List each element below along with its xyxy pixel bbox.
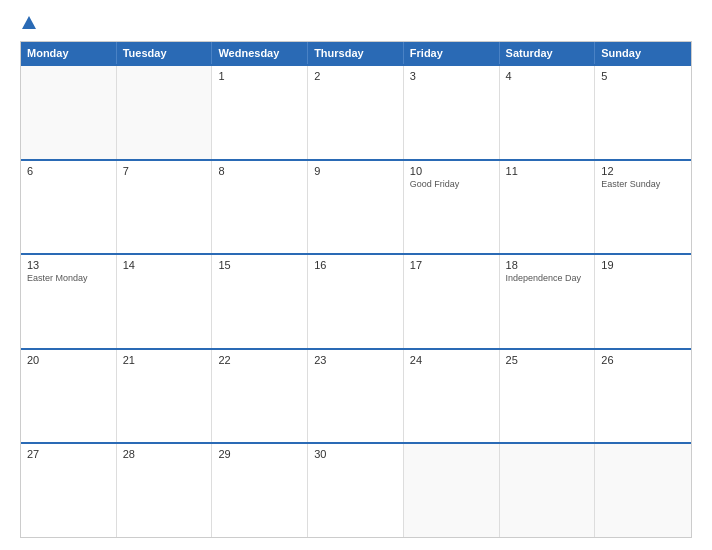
calendar-cell: 19 [595,255,691,348]
day-number: 3 [410,70,493,82]
calendar-page: MondayTuesdayWednesdayThursdayFridaySatu… [0,0,712,550]
day-number: 2 [314,70,397,82]
calendar-cell: 22 [212,350,308,443]
calendar-body: 12345678910Good Friday1112Easter Sunday1… [21,64,691,537]
calendar-row-1: 12345 [21,64,691,159]
calendar-cell: 21 [117,350,213,443]
calendar-cell: 13Easter Monday [21,255,117,348]
calendar-cell: 28 [117,444,213,537]
day-number: 19 [601,259,685,271]
calendar-row-4: 20212223242526 [21,348,691,443]
day-number: 11 [506,165,589,177]
day-number: 20 [27,354,110,366]
day-number: 24 [410,354,493,366]
calendar-cell: 8 [212,161,308,254]
calendar: MondayTuesdayWednesdayThursdayFridaySatu… [20,41,692,538]
calendar-cell: 25 [500,350,596,443]
header [20,18,692,31]
calendar-cell: 1 [212,66,308,159]
calendar-cell: 2 [308,66,404,159]
day-number: 28 [123,448,206,460]
day-number: 29 [218,448,301,460]
calendar-cell: 14 [117,255,213,348]
weekday-header-thursday: Thursday [308,42,404,64]
calendar-cell: 11 [500,161,596,254]
calendar-cell: 24 [404,350,500,443]
calendar-cell [21,66,117,159]
day-number: 4 [506,70,589,82]
day-number: 8 [218,165,301,177]
calendar-cell: 23 [308,350,404,443]
calendar-row-2: 678910Good Friday1112Easter Sunday [21,159,691,254]
calendar-row-3: 13Easter Monday1415161718Independence Da… [21,253,691,348]
calendar-cell: 29 [212,444,308,537]
day-number: 30 [314,448,397,460]
weekday-header-friday: Friday [404,42,500,64]
calendar-row-5: 27282930 [21,442,691,537]
day-number: 1 [218,70,301,82]
logo [20,18,36,31]
day-number: 17 [410,259,493,271]
calendar-cell: 9 [308,161,404,254]
weekday-header-sunday: Sunday [595,42,691,64]
day-number: 25 [506,354,589,366]
weekday-header-tuesday: Tuesday [117,42,213,64]
calendar-cell: 27 [21,444,117,537]
day-number: 7 [123,165,206,177]
calendar-cell: 12Easter Sunday [595,161,691,254]
day-number: 6 [27,165,110,177]
weekday-header-wednesday: Wednesday [212,42,308,64]
logo-flag-icon [22,16,36,29]
calendar-cell: 16 [308,255,404,348]
day-number: 23 [314,354,397,366]
calendar-cell [117,66,213,159]
day-number: 26 [601,354,685,366]
day-number: 21 [123,354,206,366]
day-event: Easter Sunday [601,179,685,190]
calendar-cell: 4 [500,66,596,159]
calendar-cell: 18Independence Day [500,255,596,348]
calendar-cell [404,444,500,537]
day-number: 27 [27,448,110,460]
weekday-header-monday: Monday [21,42,117,64]
calendar-header: MondayTuesdayWednesdayThursdayFridaySatu… [21,42,691,64]
day-number: 5 [601,70,685,82]
day-number: 12 [601,165,685,177]
calendar-cell: 7 [117,161,213,254]
calendar-cell: 5 [595,66,691,159]
day-number: 16 [314,259,397,271]
calendar-cell: 3 [404,66,500,159]
calendar-cell [500,444,596,537]
calendar-cell: 26 [595,350,691,443]
day-event: Easter Monday [27,273,110,284]
day-number: 22 [218,354,301,366]
calendar-cell: 10Good Friday [404,161,500,254]
calendar-cell: 15 [212,255,308,348]
day-number: 10 [410,165,493,177]
calendar-cell: 6 [21,161,117,254]
weekday-header-saturday: Saturday [500,42,596,64]
calendar-cell: 17 [404,255,500,348]
calendar-cell: 30 [308,444,404,537]
day-number: 15 [218,259,301,271]
calendar-cell: 20 [21,350,117,443]
calendar-cell [595,444,691,537]
day-number: 13 [27,259,110,271]
day-event: Good Friday [410,179,493,190]
day-number: 14 [123,259,206,271]
day-event: Independence Day [506,273,589,284]
day-number: 9 [314,165,397,177]
day-number: 18 [506,259,589,271]
